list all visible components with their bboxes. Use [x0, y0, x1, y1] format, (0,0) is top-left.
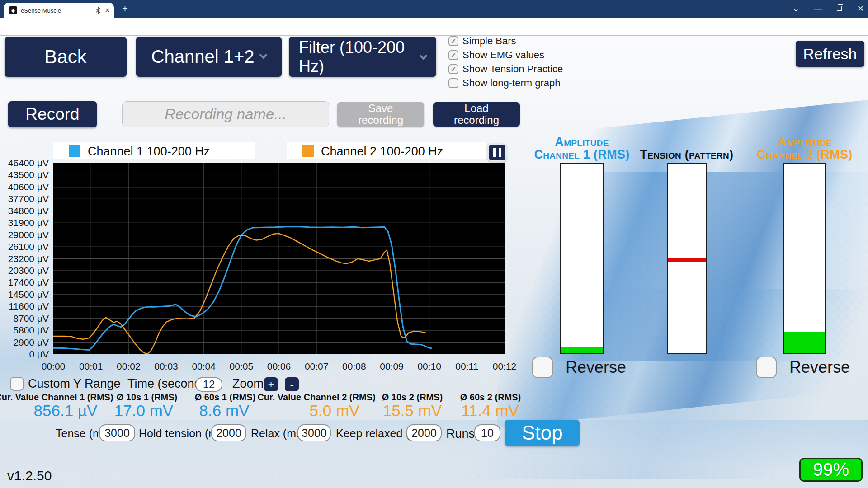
y-tick-label: 17400 µV [2, 277, 49, 288]
zoom-label: Zoom [232, 377, 264, 391]
stat-label-10s-ch2: Ø 10s 2 (RMS) [382, 392, 443, 403]
x-tick-label: 00:01 [71, 361, 111, 372]
amplitude-ch2-bar [783, 163, 826, 354]
time-seconds-input[interactable] [195, 377, 222, 392]
x-tick-label: 00:04 [184, 361, 224, 372]
stat-value-10s-ch2: 15.5 mV [383, 402, 442, 420]
tab-close-icon[interactable]: ✕ [104, 6, 110, 14]
y-tick-label: 29000 µV [2, 230, 49, 240]
simple-bars-label: Simple Bars [462, 35, 516, 47]
back-button[interactable]: Back [5, 37, 127, 77]
y-tick-label: 40600 µV [2, 182, 49, 192]
x-tick-label: 00:09 [372, 361, 412, 372]
y-tick-label: 14500 µV [2, 289, 49, 300]
channel-select-label: Channel 1+2 [151, 47, 255, 67]
legend-swatch-ch2 [302, 145, 314, 157]
zoom-out-button[interactable]: - [285, 377, 299, 391]
tab-title: eSense Muscle [21, 7, 93, 14]
battery-level-badge: 99% [799, 458, 863, 482]
x-tick-label: 00:07 [296, 361, 337, 372]
y-tick-label: 2900 µV [2, 337, 49, 348]
custom-y-range-checkbox[interactable]: ✓ [10, 377, 24, 391]
chevron-down-icon [419, 52, 427, 60]
amplitude-ch1-bar [560, 163, 604, 354]
stat-value-cur-ch2: 5.0 mV [310, 402, 360, 420]
save-recording-button[interactable]: Save recording [337, 102, 424, 127]
stop-button[interactable]: Stop [505, 420, 580, 446]
runs-input[interactable] [474, 424, 500, 441]
longterm-graph-checkbox[interactable]: ✓ [448, 78, 458, 88]
esense-muscle-app: ◆ eSense Muscle ✕ + ⌄ — ✕ ← → ⟳ https://… [0, 0, 868, 488]
emg-chart-canvas [53, 163, 505, 354]
y-tick-label: 20300 µV [2, 265, 49, 276]
bluetooth-icon [95, 7, 101, 14]
simple-bars-checkbox[interactable]: ✓ [448, 36, 458, 46]
runs-label: Runs [446, 427, 475, 441]
stat-label-10s-ch1: Ø 10s 1 (RMS) [117, 392, 177, 403]
record-button[interactable]: Record [8, 101, 97, 127]
legend-swatch-ch1 [69, 145, 80, 157]
filter-select-label: Filter (100-200 Hz) [299, 38, 412, 76]
tension-practice-checkbox[interactable]: ✓ [448, 64, 458, 74]
keep-relaxed-ms-input[interactable] [406, 424, 442, 441]
reverse-ch1-checkbox[interactable] [532, 357, 553, 378]
y-tick-label: 5800 µV [2, 325, 49, 336]
x-tick-label: 00:05 [221, 361, 262, 372]
reverse-ch2-row[interactable]: Reverse [756, 357, 850, 378]
x-tick-label: 00:08 [334, 361, 374, 372]
checkbox-row-show-emg[interactable]: ✓ Show EMG values [448, 49, 544, 61]
chevron-down-icon[interactable]: ⌄ [793, 4, 799, 13]
x-tick-label: 00:03 [146, 361, 187, 372]
x-tick-label: 00:12 [484, 361, 525, 372]
show-emg-checkbox[interactable]: ✓ [448, 50, 458, 60]
y-tick-label: 23200 µV [2, 253, 49, 264]
y-tick-label: 34800 µV [2, 206, 49, 216]
custom-y-range-label: Custom Y Range [28, 377, 121, 391]
stat-label-60s-ch2: Ø 60s 2 (RMS) [460, 392, 521, 403]
y-tick-label: 26100 µV [2, 241, 49, 252]
stat-value-10s-ch1: 17.0 mV [114, 402, 173, 420]
reverse-ch2-checkbox[interactable] [756, 357, 777, 378]
refresh-button[interactable]: Refresh [796, 41, 864, 67]
tension-target-marker [668, 258, 706, 262]
filter-select-dropdown[interactable]: Filter (100-200 Hz) [289, 37, 436, 77]
hold-tension-ms-input[interactable] [211, 424, 246, 441]
longterm-graph-label: Show long-term graph [462, 77, 560, 89]
close-button[interactable]: ✕ [857, 4, 864, 13]
channel-select-dropdown[interactable]: Channel 1+2 [136, 37, 282, 77]
app-version: v1.2.50 [7, 468, 52, 483]
x-tick-label: 00:02 [108, 361, 149, 372]
recording-name-input[interactable] [122, 101, 329, 127]
browser-tab[interactable]: ◆ eSense Muscle ✕ [4, 3, 114, 18]
save-recording-label: Save recording [356, 103, 406, 126]
legend-label-ch2: Channel 2 100-200 Hz [321, 145, 443, 159]
stat-label-60s-ch1: Ø 60s 1 (RMS) [195, 392, 255, 403]
stat-value-cur-ch1: 856.1 µV [34, 402, 98, 420]
relax-ms-input[interactable] [297, 424, 331, 441]
checkbox-row-tension-practice[interactable]: ✓ Show Tension Practice [448, 63, 563, 75]
stat-label-cur-ch1: Cur. Value Channel 1 (RMS) [0, 392, 113, 403]
y-tick-label: 31900 µV [2, 217, 49, 228]
zoom-in-button[interactable]: + [264, 377, 278, 391]
pause-button[interactable] [487, 143, 507, 162]
chevron-down-icon [259, 51, 268, 59]
reverse-ch2-label: Reverse [789, 358, 850, 377]
restore-button[interactable] [837, 6, 842, 11]
x-tick-label: 00:00 [33, 361, 74, 372]
stat-value-60s-ch1: 8.6 mV [199, 402, 250, 420]
tense-ms-input[interactable] [99, 424, 135, 441]
stat-label-cur-ch2: Cur. Value Channel 2 (RMS) [257, 392, 375, 403]
series-1-line [53, 226, 431, 350]
minimize-button[interactable]: — [814, 4, 822, 13]
amplitude-ch2-title: AmplitudeChannel 2 (RMS) [737, 136, 868, 161]
browser-toolbar [0, 18, 868, 36]
y-tick-label: 0 µV [2, 349, 49, 360]
tension-pattern-title: Tension (pattern) [619, 148, 755, 161]
checkbox-row-simple-bars[interactable]: ✓ Simple Bars [448, 35, 516, 47]
new-tab-button[interactable]: + [122, 4, 128, 14]
checkbox-row-longterm-graph[interactable]: ✓ Show long-term graph [448, 77, 560, 89]
y-tick-label: 37700 µV [2, 193, 49, 204]
load-recording-button[interactable]: Load recording [433, 102, 520, 127]
reverse-ch1-row[interactable]: Reverse [532, 357, 626, 378]
amplitude-ch2-fill [784, 332, 825, 353]
